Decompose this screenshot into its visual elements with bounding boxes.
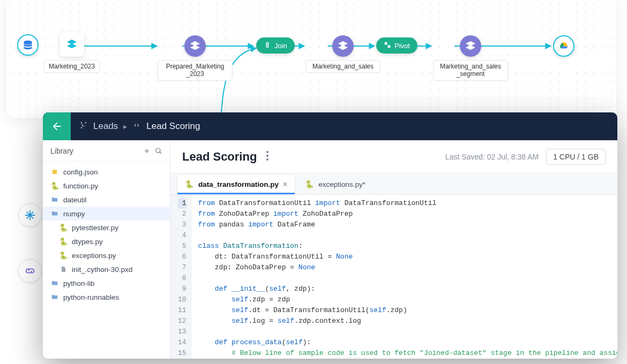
node-marketing-and-sales-segment[interactable]: Marketing_and_sales _segment bbox=[433, 35, 508, 81]
add-button[interactable] bbox=[141, 145, 153, 157]
tree-item-label: dtypes.py bbox=[72, 238, 103, 246]
dots-vertical-icon bbox=[266, 151, 268, 161]
tree-item-python-runnables[interactable]: python-runnables bbox=[43, 290, 170, 304]
tree-item-label: python-runnables bbox=[63, 293, 119, 301]
google-drive-icon bbox=[553, 35, 574, 57]
tree-item-label: exceptions.py bbox=[72, 252, 116, 260]
editor-tabs: 🐍 data_transformation.py × 🐍 exceptions.… bbox=[170, 173, 617, 195]
node-prepared-marketing-2023[interactable]: Prepared_Marketing _2023 bbox=[158, 35, 233, 81]
tree-item-label: config.json bbox=[63, 168, 98, 176]
pill-label: Pivot bbox=[394, 42, 410, 50]
node-join[interactable]: Join bbox=[256, 37, 295, 54]
tree-item-label: numpy bbox=[63, 210, 85, 218]
folder-icon bbox=[50, 195, 59, 204]
node-source-db[interactable] bbox=[17, 34, 39, 56]
breadcrumb-parent[interactable]: Leads bbox=[93, 121, 118, 132]
tree-item-exceptions[interactable]: 🐍exceptions.py bbox=[43, 248, 170, 262]
breadcrumb-current: Lead Scoring bbox=[146, 121, 200, 132]
tree-item-label: function.py bbox=[63, 182, 98, 190]
arrow-left-icon bbox=[51, 120, 63, 132]
svg-point-9 bbox=[266, 158, 268, 161]
layers-icon bbox=[184, 35, 206, 57]
layers-icon bbox=[332, 35, 354, 57]
code-content[interactable]: from DataTransformationUtil import DataT… bbox=[192, 195, 617, 359]
layers-icon bbox=[59, 32, 84, 57]
snowflake-icon bbox=[24, 209, 36, 221]
pivot-icon bbox=[384, 41, 391, 50]
last-saved-text: Last Saved: 02 Jul, 8:38 AM bbox=[445, 153, 539, 161]
python-file-icon: 🐍 bbox=[59, 223, 68, 232]
tree-item-label: python-lib bbox=[63, 279, 95, 287]
search-button[interactable] bbox=[153, 145, 165, 157]
svg-point-8 bbox=[266, 155, 268, 157]
tree-item-dateutil[interactable]: dateutil bbox=[43, 193, 170, 207]
node-label: Prepared_Marketing _2023 bbox=[158, 60, 233, 81]
node-label: Marketing_and_sales bbox=[305, 60, 380, 73]
node-gdrive-destination[interactable] bbox=[553, 35, 574, 57]
back-button[interactable] bbox=[43, 112, 71, 140]
editor-toolbar: Lead Scoring Last Saved: 02 Jul, 8:38 AM… bbox=[170, 140, 617, 173]
plus-icon bbox=[143, 147, 151, 155]
line-number-gutter: 123456789101112131415161718 bbox=[170, 195, 192, 359]
tree-item-dtypes[interactable]: 🐍dtypes.py bbox=[43, 234, 170, 248]
python-file-icon: 🐍 bbox=[185, 180, 194, 188]
pill-label: Join bbox=[274, 42, 287, 50]
tool-snowflake[interactable] bbox=[18, 203, 42, 227]
tool-link[interactable] bbox=[18, 259, 42, 283]
file-tree: config.json 🐍function.py dateutil numpy … bbox=[43, 162, 170, 307]
search-icon bbox=[155, 147, 162, 155]
python-file-icon: 🐍 bbox=[59, 237, 68, 246]
code-icon bbox=[132, 121, 141, 132]
python-file-icon: 🐍 bbox=[305, 180, 314, 188]
node-pivot[interactable]: Pivot bbox=[376, 37, 417, 54]
editor-panel: Lead Scoring Last Saved: 02 Jul, 8:38 AM… bbox=[170, 140, 617, 359]
tree-item-label: init_.cython-30.pxd bbox=[72, 266, 132, 274]
tab-data-transformation[interactable]: 🐍 data_transformation.py × bbox=[177, 174, 295, 194]
tab-exceptions[interactable]: 🐍 exceptions.py* bbox=[297, 174, 373, 194]
layers-icon bbox=[460, 35, 481, 57]
node-marketing-2023[interactable]: Marketing_2023 bbox=[44, 32, 100, 73]
tree-item-python-lib[interactable]: python-lib bbox=[43, 276, 170, 290]
tree-item-numpy[interactable]: numpy bbox=[43, 207, 170, 221]
svg-rect-6 bbox=[53, 170, 57, 174]
branch-icon bbox=[79, 121, 88, 132]
join-icon bbox=[264, 41, 271, 50]
library-title: Library bbox=[50, 147, 73, 155]
node-label: Marketing_2023 bbox=[44, 60, 100, 73]
folder-icon bbox=[50, 279, 59, 287]
svg-point-7 bbox=[266, 151, 268, 153]
pipeline-canvas[interactable]: Marketing_2023 Prepared_Marketing _2023 … bbox=[6, 0, 616, 118]
folder-open-icon bbox=[50, 209, 59, 218]
python-file-icon: 🐍 bbox=[50, 181, 59, 190]
ide-header: Leads ▸ Lead Scoring bbox=[43, 112, 617, 140]
tree-item-pytesttester[interactable]: 🐍pytesttester.py bbox=[43, 221, 170, 234]
breadcrumb: Leads ▸ Lead Scoring bbox=[71, 121, 209, 132]
tab-label: exceptions.py* bbox=[318, 180, 365, 188]
database-icon bbox=[17, 34, 39, 56]
python-file-icon: 🐍 bbox=[59, 251, 68, 260]
chevron-right-icon: ▸ bbox=[123, 122, 127, 131]
resource-selector[interactable]: 1 CPU / 1 GB bbox=[546, 149, 606, 165]
node-label: Marketing_and_sales _segment bbox=[433, 60, 508, 81]
tree-item-init-cython[interactable]: init_.cython-30.pxd bbox=[43, 262, 170, 276]
json-file-icon bbox=[50, 168, 59, 176]
tab-close-button[interactable]: × bbox=[283, 180, 287, 188]
code-editor[interactable]: 123456789101112131415161718 from DataTra… bbox=[170, 195, 617, 359]
folder-icon bbox=[50, 293, 59, 301]
tab-label: data_transformation.py bbox=[198, 180, 279, 188]
tree-item-function-py[interactable]: 🐍function.py bbox=[43, 179, 170, 193]
tree-item-config-json[interactable]: config.json bbox=[43, 165, 170, 179]
ide-panel: Leads ▸ Lead Scoring Library config.json… bbox=[43, 112, 617, 359]
library-header: Library bbox=[43, 140, 170, 162]
page-title: Lead Scoring bbox=[182, 150, 257, 164]
tree-item-label: pytesttester.py bbox=[72, 224, 118, 232]
more-menu-button[interactable] bbox=[264, 149, 271, 165]
node-marketing-and-sales[interactable]: Marketing_and_sales bbox=[305, 35, 380, 73]
file-icon bbox=[59, 265, 68, 274]
tree-item-label: dateutil bbox=[63, 196, 87, 204]
library-panel: Library config.json 🐍function.py dateuti… bbox=[43, 140, 170, 359]
link-icon bbox=[24, 265, 36, 277]
